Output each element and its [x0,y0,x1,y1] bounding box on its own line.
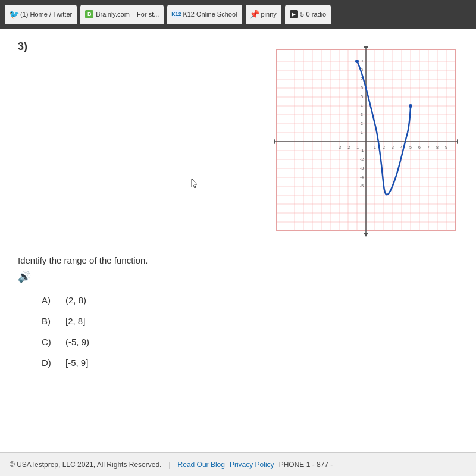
answer-letter-d: D) [42,358,65,368]
audio-icon[interactable]: 🔊 [18,270,458,283]
radio-icon: ▶ [290,10,298,18]
svg-text:5: 5 [361,95,363,99]
graph-container: -3 -2 -1 1 2 3 4 5 6 7 8 9 9 8 7 6 5 4 3 [274,46,458,237]
answer-letter-c: C) [42,337,65,347]
k12-icon: K12 [172,10,180,18]
read-our-blog-link[interactable]: Read Our Blog [178,461,225,469]
tab-k12-label: K12 Online School [183,11,237,18]
tab-radio[interactable]: ▶ 5-0 radio [285,5,331,24]
svg-text:-5: -5 [360,184,364,188]
answer-row-b[interactable]: B) [2, 8] [42,316,458,326]
footer-divider: | [168,461,170,469]
privacy-policy-link[interactable]: Privacy Policy [230,461,274,469]
svg-text:4: 4 [361,104,363,108]
svg-text:8: 8 [436,145,439,149]
question-text: Identify the range of the function. [18,255,458,265]
answer-value-b: [2, 8] [65,316,85,326]
answer-value-c: (-5, 9) [65,337,89,347]
svg-point-71 [409,104,412,108]
tab-twitter-label: (1) Home / Twitter [20,11,72,18]
copyright-text: © USATestprep, LLC 2021, All Rights Rese… [10,461,161,469]
answer-choices: A) (2, 8) B) [2, 8] C) (-5, 9) D) [-5, 9… [42,295,458,368]
svg-text:7: 7 [427,145,430,149]
twitter-icon: 🐦 [10,10,18,18]
pinterest-icon: 📌 [250,10,259,18]
svg-text:2: 2 [361,121,363,126]
answer-value-d: [-5, 9] [65,358,88,368]
footer: © USATestprep, LLC 2021, All Rights Rese… [0,452,476,476]
svg-text:-1: -1 [360,148,364,152]
answer-value-a: (2, 8) [65,295,86,305]
svg-text:3: 3 [361,112,363,117]
svg-text:-3: -3 [360,166,364,170]
tab-radio-label: 5-0 radio [300,11,326,18]
svg-text:4: 4 [400,145,403,149]
answer-letter-a: A) [42,295,65,305]
coordinate-graph: -3 -2 -1 1 2 3 4 5 6 7 8 9 9 8 7 6 5 4 3 [274,46,458,237]
svg-marker-40 [457,139,458,144]
answer-row-d[interactable]: D) [-5, 9] [42,358,458,368]
svg-text:9: 9 [445,145,447,149]
svg-text:6: 6 [418,145,421,149]
tab-brainly[interactable]: B Brainly.com – For st... [80,5,164,24]
svg-text:-3: -3 [337,145,341,149]
svg-text:3: 3 [392,145,394,149]
cursor [190,177,200,189]
svg-text:-4: -4 [360,175,364,179]
tab-brainly-label: Brainly.com – For st... [96,11,159,18]
svg-text:-2: -2 [346,145,350,149]
svg-text:1: 1 [374,145,376,149]
answer-row-c[interactable]: C) (-5, 9) [42,337,458,347]
svg-text:1: 1 [361,130,363,134]
browser-tab-bar: 🐦 (1) Home / Twitter B Brainly.com – For… [0,0,476,29]
tab-twitter[interactable]: 🐦 (1) Home / Twitter [5,5,77,24]
svg-point-70 [355,60,359,63]
tab-pinterest[interactable]: 📌 pinny [246,5,281,24]
svg-marker-43 [364,233,368,237]
phone-text: PHONE 1 - 877 - [279,461,333,469]
brainly-icon: B [85,10,93,18]
svg-text:-2: -2 [360,157,364,161]
tab-pinterest-label: pinny [261,11,277,18]
svg-text:6: 6 [361,86,363,90]
svg-text:-1: -1 [355,145,359,149]
svg-marker-42 [364,46,368,48]
answer-row-a[interactable]: A) (2, 8) [42,295,458,305]
svg-text:5: 5 [409,145,412,149]
question-section: Identify the range of the function. 🔊 A)… [18,255,458,368]
tab-k12[interactable]: K12 K12 Online School [167,5,242,24]
main-content: 3) [0,29,476,452]
answer-letter-b: B) [42,316,65,326]
svg-text:2: 2 [383,145,385,149]
svg-text:9: 9 [361,59,363,63]
svg-marker-41 [274,139,275,144]
